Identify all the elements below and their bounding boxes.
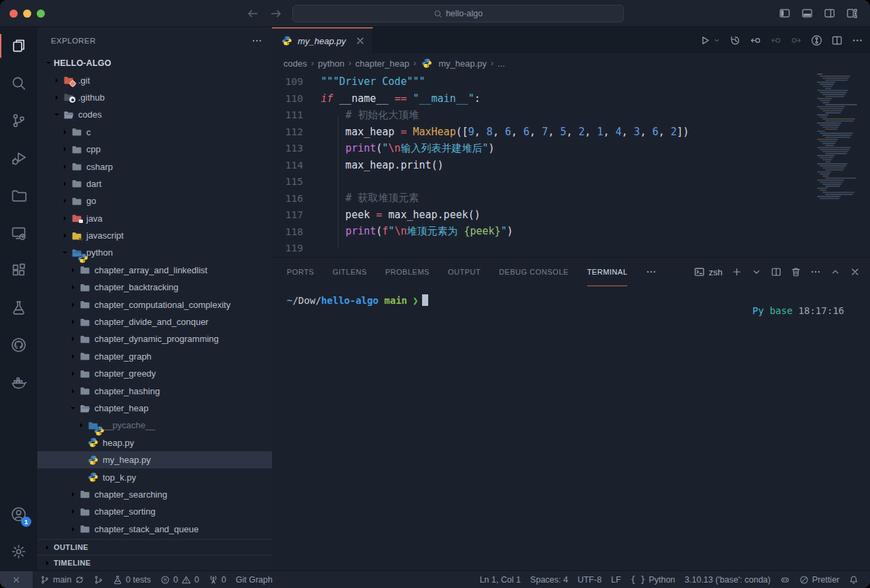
notifications-bell-icon[interactable] (844, 571, 863, 588)
minimap[interactable] (814, 73, 865, 237)
tree-item-chapter-dynamic-programming[interactable]: chapter_dynamic_programming (37, 330, 272, 347)
breadcrumb-item[interactable]: codes (283, 58, 307, 69)
prettier[interactable]: Prettier (795, 571, 844, 588)
activity-project-manager[interactable] (0, 177, 37, 214)
tree-item-cpp[interactable]: cpp (37, 141, 272, 158)
activity-docker[interactable] (0, 364, 37, 401)
tree-item-chapter-array-and-linkedlist[interactable]: chapter_array_and_linkedlist (37, 262, 272, 279)
activity-explorer[interactable] (0, 27, 37, 65)
run-dropdown-icon[interactable] (713, 37, 720, 44)
activity-accounts[interactable]: 1 (0, 496, 37, 533)
gitlens-graph-icon[interactable] (811, 35, 822, 46)
tree-item-dart[interactable]: dart (37, 175, 272, 192)
breadcrumb-item[interactable]: ... (498, 58, 505, 69)
zoom-window-button[interactable] (37, 10, 45, 18)
activity-github[interactable] (0, 326, 37, 364)
breadcrumb-item[interactable]: chapter_heap (355, 58, 410, 69)
tree-item--git[interactable]: .git (37, 71, 272, 88)
panel-tab-terminal[interactable]: TERMINAL (587, 258, 628, 286)
breadcrumb-item[interactable]: my_heap.py (438, 58, 487, 69)
command-center-search[interactable]: hello-algo (292, 5, 624, 22)
split-editor-icon[interactable] (831, 35, 843, 46)
toggle-primary-sidebar-icon[interactable] (779, 7, 790, 19)
tab-close-icon[interactable] (355, 35, 366, 46)
breadcrumb-item[interactable]: python (318, 58, 345, 69)
eol[interactable]: LF (606, 571, 626, 588)
activity-run-and-debug[interactable] (0, 139, 37, 177)
explorer-actions-icon[interactable] (251, 35, 262, 46)
activity-testing[interactable] (0, 289, 37, 326)
window-controls[interactable] (10, 10, 45, 18)
history-forward-icon[interactable] (269, 7, 283, 20)
panel-tab-output[interactable]: OUTPUT (448, 258, 481, 286)
file-history-icon[interactable] (729, 35, 741, 46)
previous-change-icon[interactable] (770, 35, 782, 46)
tree-item-chapter-graph[interactable]: chapter_graph (37, 348, 272, 365)
python-interpreter[interactable]: 3.10.13 ('base': conda) (680, 571, 775, 588)
history-back-icon[interactable] (246, 7, 260, 20)
tree-item-chapter-sorting[interactable]: chapter_sorting (37, 503, 272, 520)
cursor-position[interactable]: Ln 1, Col 1 (475, 571, 525, 588)
activity-remote-explorer[interactable] (0, 214, 37, 252)
tree-item-chapter-divide-and-conquer[interactable]: chapter_divide_and_conquer (37, 313, 272, 330)
activity-search[interactable] (0, 65, 37, 102)
tree-item--github[interactable]: .github (37, 89, 272, 106)
activity-settings[interactable] (0, 533, 37, 570)
git-graph-label[interactable]: Git Graph (231, 571, 277, 588)
panel-tab-problems[interactable]: PROBLEMS (385, 258, 430, 286)
tree-item-go[interactable]: go (37, 192, 272, 209)
panel-tab-debug-console[interactable]: DEBUG CONSOLE (499, 258, 568, 286)
encoding[interactable]: UTF-8 (573, 571, 606, 588)
section-outline[interactable]: OUTLINE (37, 539, 272, 555)
minimize-window-button[interactable] (23, 10, 31, 18)
tree-item-heap-py[interactable]: heap.py (37, 434, 272, 451)
code-editor[interactable]: 109"""Driver Code"""110if __name__ == "_… (272, 73, 870, 257)
panel-more-icon[interactable] (810, 266, 821, 277)
tree-item-chapter-stack-and-queue[interactable]: chapter_stack_and_queue (37, 521, 272, 538)
tree-item-chapter-backtracking[interactable]: chapter_backtracking (37, 279, 272, 296)
tree-item-chapter-computational-complexity[interactable]: chapter_computational_complexity (37, 296, 272, 313)
terminal[interactable]: ~/Dow/hello-algo main❯ Py base 18:17:16 (272, 286, 870, 570)
section-timeline[interactable]: TIMELINE (37, 555, 272, 570)
customize-layout-icon[interactable] (846, 7, 858, 19)
next-change-icon[interactable] (790, 35, 802, 46)
tree-item-chapter-greedy[interactable]: chapter_greedy (37, 365, 272, 382)
toggle-panel-icon[interactable] (801, 7, 813, 19)
close-panel-icon[interactable] (850, 266, 860, 277)
tree-item--pycache-[interactable]: __pycache__ (37, 417, 272, 434)
toggle-secondary-sidebar-icon[interactable] (824, 7, 835, 19)
git-graph-button[interactable] (89, 571, 108, 588)
tree-item-java[interactable]: java (37, 210, 272, 227)
tab-my-heap[interactable]: my_heap.py (272, 27, 373, 53)
tree-item-javascript[interactable]: JSjavascript (37, 227, 272, 244)
more-actions-icon[interactable] (852, 35, 863, 46)
git-branch[interactable]: main (35, 571, 89, 588)
activity-extensions[interactable] (0, 252, 37, 289)
copilot[interactable] (776, 571, 795, 588)
activity-source-control[interactable] (0, 102, 37, 139)
tree-item-hello-algo[interactable]: HELLO-ALGO (37, 54, 272, 71)
ports[interactable]: 0 (204, 571, 231, 588)
open-changes-icon[interactable] (750, 35, 761, 46)
kill-terminal-icon[interactable] (790, 266, 801, 277)
language-mode[interactable]: { }Python (626, 571, 680, 588)
tree-item-csharp[interactable]: csharp (37, 158, 272, 175)
tree-item-codes[interactable]: codes (37, 106, 272, 123)
new-terminal-icon[interactable] (731, 266, 742, 277)
panel-tab-ports[interactable]: PORTS (287, 258, 314, 286)
tree-item-chapter-heap[interactable]: chapter_heap (37, 400, 272, 417)
split-terminal-icon[interactable] (771, 266, 782, 277)
indentation[interactable]: Spaces: 4 (525, 571, 573, 588)
shell-selector[interactable]: zsh (694, 266, 723, 277)
run-button-icon[interactable] (699, 35, 710, 46)
panel-tab-gitlens[interactable]: GITLENS (332, 258, 367, 286)
tree-item-my-heap-py[interactable]: my_heap.py (37, 451, 272, 468)
problems[interactable]: 00 (156, 571, 204, 588)
panel-tabs-more-icon[interactable] (646, 266, 657, 277)
tree-item-c[interactable]: c (37, 124, 272, 141)
terminal-dropdown-icon[interactable] (751, 266, 762, 277)
test-status[interactable]: 0 tests (108, 571, 156, 588)
tree-item-top-k-py[interactable]: top_k.py (37, 468, 272, 485)
remote-indicator[interactable] (0, 571, 33, 588)
tree-item-chapter-searching[interactable]: chapter_searching (37, 486, 272, 503)
